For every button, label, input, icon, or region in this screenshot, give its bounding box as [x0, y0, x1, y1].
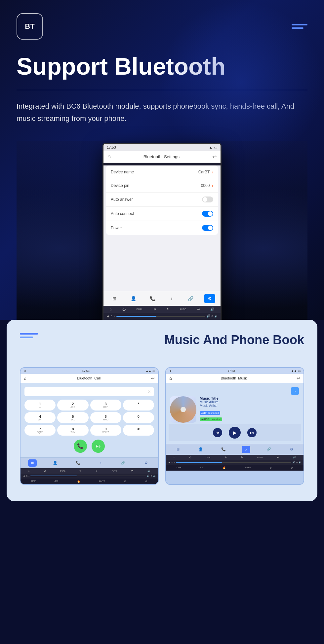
music-play-btn[interactable]: ▶ [229, 427, 241, 439]
hamburger-menu[interactable] [292, 24, 307, 29]
call-back-btn[interactable]: ↩ [151, 376, 155, 381]
settings-list: Device name CarBT › Device pin 0000 › [106, 165, 218, 235]
mc-home[interactable]: ⌂ [174, 456, 175, 458]
call-input[interactable]: ✕ [24, 387, 154, 396]
mc-snow[interactable]: ❄ [225, 456, 227, 459]
auto-answer-row: Auto answer [106, 193, 218, 207]
call-home-icon[interactable]: ⌂ [24, 376, 26, 381]
numpad-6[interactable]: 6MNO [90, 412, 121, 423]
ms-zero-l: 0 [172, 461, 173, 464]
call-answer-btn[interactable]: 📞 [74, 440, 87, 453]
cc-home[interactable]: ⌂ [28, 470, 29, 472]
back-icon[interactable]: ↩ [212, 154, 217, 160]
cc-arrows[interactable]: ⇌ [131, 470, 133, 472]
ctrl-vol[interactable]: 🔊 [210, 307, 214, 311]
slider-end-icon: 🔉 [214, 314, 218, 318]
device-name-chevron: › [212, 169, 213, 175]
nav-settings-icon[interactable]: ⚙ [204, 294, 215, 303]
music-status-icons: ▲▲ ▭ [291, 369, 301, 373]
music-prev-btn[interactable]: ⏮ [213, 428, 222, 437]
music-status-bar: ◄ 17:53 ▲▲ ▭ [166, 368, 304, 374]
numpad-4[interactable]: 4GHI [24, 412, 56, 423]
nav-link-icon[interactable]: 🔗 [185, 294, 196, 303]
power-toggle[interactable] [202, 225, 213, 231]
mc-vol[interactable]: 🔊 [293, 456, 296, 459]
section-line-2 [20, 337, 33, 338]
section-lines [20, 333, 38, 338]
music-contacts-icon[interactable]: 👤 [196, 446, 205, 453]
cc-snow[interactable]: ❄ [79, 470, 81, 472]
battery-icon: ▭ [214, 145, 217, 150]
nav-grid-icon[interactable]: ⊞ [109, 294, 120, 303]
nav-music-icon[interactable]: ♪ [166, 294, 177, 303]
call-time: 17:53 [82, 369, 90, 373]
tablet-screen: 17:53 ▲ ▭ ⌂ Bluetooth_Settings ↩ Device … [102, 143, 222, 320]
call-redial-btn[interactable]: Re [92, 440, 105, 453]
music-panel: ◄ 17:53 ▲▲ ▭ ⌂ Bluetooth_Music ↩ ♪ [165, 367, 304, 485]
call-settings-icon-nav[interactable]: ⚙ [142, 459, 150, 467]
numpad-hash[interactable]: # [123, 425, 154, 436]
call-content: ✕ 1— 2ABC 3DEF * 4GHI 5JKL 6MNO 0· 7PQRS… [20, 383, 158, 457]
numpad-5[interactable]: 5JKL [57, 412, 88, 423]
call-clear-btn[interactable]: ✕ [147, 389, 151, 394]
call-contacts-icon[interactable]: 👤 [51, 459, 60, 467]
ctrl-arrows[interactable]: ⇌ [197, 307, 200, 311]
numpad-star[interactable]: * [123, 400, 154, 411]
mc-sync[interactable]: ↻ [241, 456, 243, 459]
auto-answer-toggle[interactable] [202, 197, 213, 202]
device-name-row[interactable]: Device name CarBT › [106, 165, 218, 179]
music-next-btn[interactable]: ⏭ [247, 428, 257, 437]
music-note-icon-nav[interactable]: ♪ [242, 446, 250, 453]
cs-track[interactable] [30, 476, 146, 476]
music-note-btn[interactable]: ♪ [291, 387, 299, 395]
section-line-1 [20, 333, 38, 335]
music-home-icon[interactable]: ⌂ [169, 376, 172, 381]
cc-power[interactable]: ⏻ [44, 470, 46, 472]
music-artist: Music Artist [200, 404, 300, 408]
ctrl-snowflake[interactable]: ❄ [153, 307, 156, 311]
cs-fill [30, 476, 77, 476]
slider-zero-left: 0 [111, 315, 112, 318]
numpad-2[interactable]: 2ABC [57, 400, 88, 411]
numpad-3[interactable]: 3DEF [90, 400, 121, 411]
music-art-area: Music Title Music Album Music Artist A2D… [169, 395, 301, 424]
cs-back: ◄ [22, 475, 25, 478]
slider-track[interactable] [116, 316, 205, 317]
auto-answer-label: Auto answer [111, 197, 133, 202]
music-phone-icon-nav[interactable]: 📞 [219, 446, 228, 453]
cc-vol[interactable]: 🔊 [147, 470, 150, 472]
auto-connect-toggle[interactable] [202, 211, 213, 217]
numpad-8[interactable]: 8TUV [57, 425, 88, 436]
cc-sync[interactable]: ↻ [96, 470, 98, 472]
device-pin-row[interactable]: Device pin 0000 › [106, 179, 218, 193]
music-ctrl-bar: ⌂ ⏻ DUAL ❄ ↻ AUTO ⇌ 🔊 [166, 455, 304, 460]
call-link-icon[interactable]: 🔗 [119, 459, 128, 467]
call-music-icon-nav[interactable]: ♪ [96, 459, 105, 467]
music-back-arrow[interactable]: ◄ [169, 369, 172, 373]
numpad-9[interactable]: 9WXYZ [90, 425, 121, 436]
ms-track[interactable] [176, 462, 291, 463]
ctrl-power[interactable]: ⏻ [122, 307, 126, 311]
call-grid-icon[interactable]: ⊞ [28, 459, 37, 467]
call-back-icon[interactable]: ◄ [23, 369, 26, 373]
numpad-1[interactable]: 1— [24, 400, 56, 411]
music-grid-icon[interactable]: ⊞ [174, 446, 182, 453]
slider-back-icon[interactable]: ◄ [106, 314, 109, 318]
call-battery-icon: ▭ [152, 369, 155, 373]
nav-contacts-icon[interactable]: 👤 [128, 294, 139, 303]
ctrl-recycle[interactable]: ↻ [167, 307, 169, 311]
home-icon[interactable]: ⌂ [107, 154, 111, 160]
numpad-0[interactable]: 0· [123, 412, 154, 423]
numpad-7[interactable]: 7PQRS [24, 425, 56, 436]
nav-phone-icon[interactable]: 📞 [147, 294, 158, 303]
screen-controls-bar: ⌂ ⏻ DUAL ❄ ↻ AUTO ⇌ 🔊 [103, 306, 221, 313]
music-back-btn[interactable]: ↩ [297, 376, 300, 381]
ctrl-auto: AUTO [180, 308, 186, 310]
ctrl-home[interactable]: ⌂ [110, 307, 112, 311]
call-phone-icon-nav[interactable]: 📞 [74, 459, 82, 467]
mc-power[interactable]: ⏻ [189, 456, 191, 458]
mc-arrows[interactable]: ⇌ [277, 456, 279, 459]
panels-row: ◄ 17:53 ▲▲ ▭ ⌂ Bluetooth_Call ↩ ✕ 1— 2AB… [20, 367, 304, 485]
music-settings-icon-nav[interactable]: ⚙ [287, 446, 296, 453]
music-link-icon[interactable]: 🔗 [264, 446, 273, 453]
